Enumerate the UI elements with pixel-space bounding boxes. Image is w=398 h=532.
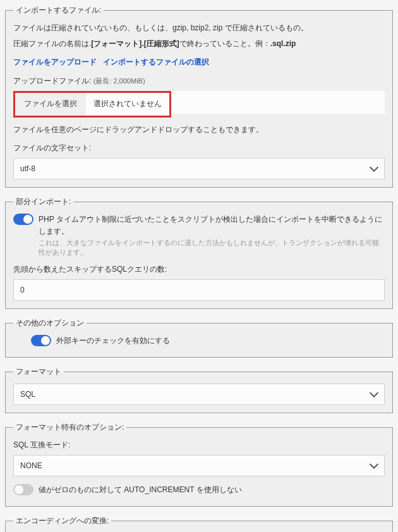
upload-file-label-row: アップロードファイル: (最長: 2,000MiB) <box>13 75 385 87</box>
format-options-legend: フォーマット特有のオプション: <box>13 422 126 433</box>
drag-drop-note: ファイルを任意のページにドラッグアンドドロップすることもできます。 <box>13 124 385 136</box>
upload-file-limit: (最長: 2,000MiB) <box>93 77 145 85</box>
choose-file-button[interactable]: ファイルを選択 <box>15 93 86 116</box>
fk-toggle[interactable] <box>31 335 51 346</box>
fk-toggle-row: 外部キーのチェックを有効にする <box>31 335 385 347</box>
other-options-fieldset: その他のオプション 外部キーのチェックを有効にする <box>5 318 393 358</box>
encoding-legend: エンコーディングへの変換: <box>13 516 111 526</box>
encoding-fieldset: エンコーディングへの変換: なし EUC SJIS 全角カナに変換する <box>5 516 393 532</box>
compat-mode-select[interactable]: NONE <box>13 455 385 476</box>
upload-file-link[interactable]: ファイルをアップロード <box>13 57 97 66</box>
skip-queries-input[interactable] <box>13 279 385 301</box>
partial-import-fieldset: 部分インポート: PHP タイムアウト制限に近づいたことをスクリプトが検出した場… <box>5 196 393 309</box>
format-fieldset: フォーマット SQL <box>5 366 393 413</box>
file-chosen-status: 選択されていません <box>86 93 169 116</box>
ai-zero-toggle-row: 値がゼロのものに対して AUTO_INCREMENT を使用しない <box>13 484 385 496</box>
charset-select[interactable]: utf-8 <box>13 158 385 179</box>
other-options-legend: その他のオプション <box>13 318 87 329</box>
file-chooser-row: ファイルを選択 選択されていません <box>13 91 385 118</box>
choose-import-file-link[interactable]: インポートするファイルの選択 <box>103 57 209 66</box>
timeout-toggle[interactable] <box>13 214 33 225</box>
fk-toggle-label: 外部キーのチェックを有効にする <box>56 335 170 347</box>
import-file-fieldset: インポートするファイル: ファイルは圧縮されていないもの、もしくは、gzip, … <box>5 5 393 188</box>
partial-import-legend: 部分インポート: <box>13 196 73 207</box>
timeout-toggle-row: PHP タイムアウト制限に近づいたことをスクリプトが検出した場合にインポートを中… <box>13 214 385 257</box>
import-compress-note: ファイルは圧縮されていないもの、もしくは、gzip, bzip2, zip で圧… <box>13 22 385 34</box>
timeout-toggle-help: これは、大きなファイルをインポートするのに適した方法かもしれませんが、トランザク… <box>39 238 385 257</box>
compat-mode-label: SQL 互換モード: <box>13 439 385 451</box>
file-row-spacer <box>171 91 385 114</box>
format-options-fieldset: フォーマット特有のオプション: SQL 互換モード: NONE 値がゼロのものに… <box>5 422 393 507</box>
charset-label: ファイルの文字セット: <box>13 142 385 154</box>
file-chooser-highlight: ファイルを選択 選択されていません <box>13 91 171 118</box>
ai-zero-toggle[interactable] <box>13 484 33 495</box>
format-legend: フォーマット <box>13 366 64 377</box>
skip-queries-label: 先頭から数えたスキップするSQLクエリの数: <box>13 263 385 275</box>
import-file-legend: インポートするファイル: <box>13 5 104 16</box>
timeout-toggle-label: PHP タイムアウト制限に近づいたことをスクリプトが検出した場合にインポートを中… <box>39 214 385 238</box>
ai-zero-toggle-label: 値がゼロのものに対して AUTO_INCREMENT を使用しない <box>39 484 242 496</box>
import-filename-note: 圧縮ファイルの名前は.[フォーマット].[圧縮形式]で終わっていること。例：.s… <box>13 38 385 50</box>
format-select[interactable]: SQL <box>13 384 385 405</box>
upload-links: ファイルをアップロード インポートするファイルの選択 <box>13 56 385 68</box>
upload-file-label: アップロードファイル: <box>13 76 93 85</box>
